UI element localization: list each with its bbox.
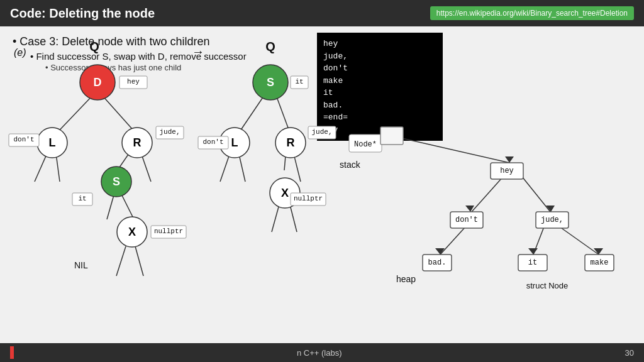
arrow-to-it [528,248,538,255]
label-dont-L-right-text: don't [203,138,223,146]
label-jude-R-right-text: jude, [311,128,332,136]
svg-line-20 [522,177,550,212]
svg-line-10 [238,94,265,134]
footer: n C++ (labs) 30 [0,343,644,362]
main-content: • Case 3: Delete node with two children … [0,26,644,343]
header: Code: Deleting the node https://en.wikip… [0,0,644,26]
label-jude-R-text: jude, [159,128,180,136]
q-label-left: Q [89,40,99,53]
footer-page: 30 [625,348,634,358]
stack-label: stack [340,160,361,170]
heap-node-it-text: it [528,258,537,267]
node-R-right-label: R [287,136,295,149]
svg-line-8 [116,246,126,276]
q-label-right: Q [265,40,275,53]
footer-accent [10,346,14,359]
label-it-S-right-text: it [295,78,303,85]
svg-line-23 [560,227,599,255]
svg-line-21 [440,227,465,255]
node-ptr-text: Node* [354,140,377,149]
svg-line-6 [107,193,114,219]
heap-node-bad-text: bad. [428,258,447,267]
url-badge[interactable]: https://en.wikipedia.org/wiki/Binary_sea… [430,6,634,20]
svg-line-7 [121,193,133,218]
heap-label: heap [396,274,416,284]
label-nullptr-X-text: nullptr [154,228,183,235]
arrow-label: → [192,45,204,58]
node-D-label: D [94,76,102,89]
node-X-left-label: X [128,226,136,238]
nil-label: NIL [74,260,88,270]
label-e: (e) [14,47,26,58]
label-it-S-text: it [78,195,86,202]
svg-line-9 [135,246,143,276]
svg-line-18 [391,136,509,163]
node-X-right-label: X [281,187,289,199]
svg-line-0 [55,94,94,134]
node-L-right-label: L [231,136,238,149]
svg-line-19 [472,177,503,212]
heap-node-jude-text: jude, [541,216,564,224]
footer-course: n C++ (labs) [297,348,342,358]
heap-node-hey-text: hey [500,167,514,175]
heap-node-dont-text: don't [455,216,478,224]
label-dont-L-text: don't [13,136,34,143]
struct-node-label: struct Node [526,281,568,290]
node-S-right-label: S [267,76,274,89]
slide-title: Code: Deleting the node [10,6,155,21]
diagram-svg: (e) Q → Q D L R S [0,26,644,343]
node-L-left-label: L [49,136,56,149]
label-nullptr-X-right-text: nullptr [294,195,323,202]
heap-node-make-text: make [591,258,609,267]
heap-root-box [380,127,403,145]
node-S-left-label: S [113,175,120,188]
label-hey-D-text: hey [127,78,140,85]
node-R-left-label: R [133,136,142,149]
